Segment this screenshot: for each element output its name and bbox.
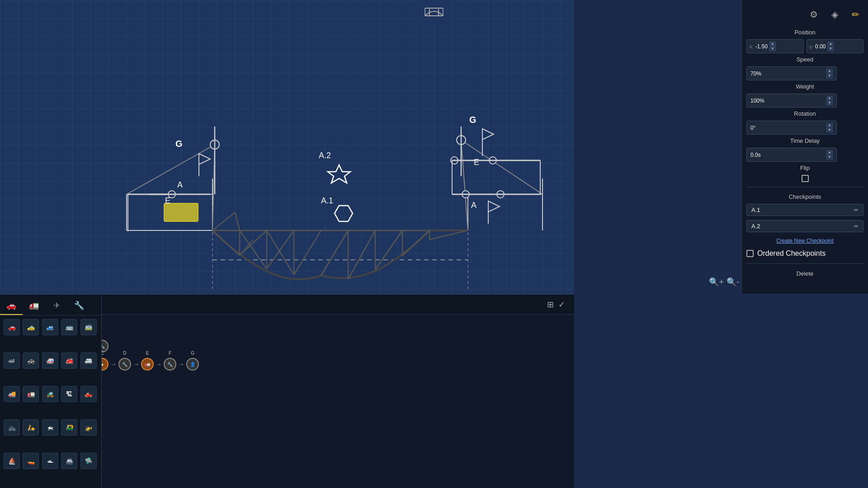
- rotation-up[interactable]: ▲: [826, 123, 833, 127]
- settings-icon[interactable]: ⚙: [806, 6, 822, 23]
- events-check-icon[interactable]: ✓: [558, 300, 565, 310]
- x-down[interactable]: ▼: [769, 47, 776, 51]
- svg-text:E: E: [474, 158, 479, 167]
- vehicle-item[interactable]: 🏍: [42, 419, 58, 436]
- ordered-checkpoints-checkbox[interactable]: [746, 250, 754, 257]
- tab-tool[interactable]: 🔧: [68, 297, 90, 315]
- vehicle-item[interactable]: 🚚: [4, 386, 20, 402]
- y-spinner[interactable]: ▲ ▼: [827, 42, 834, 51]
- x-up[interactable]: ▲: [769, 42, 776, 46]
- vehicle-item[interactable]: 🚐: [80, 352, 97, 369]
- panel-header: ⚙ ◈ ✏: [746, 5, 863, 26]
- speed-down[interactable]: ▼: [826, 74, 833, 78]
- flip-checkbox[interactable]: [802, 175, 809, 182]
- ordered-checkpoints-row: Ordered Checkpoints: [746, 248, 863, 259]
- vehicle-item[interactable]: 🚎: [80, 319, 97, 335]
- checkpoint-a1-edit-icon[interactable]: ✏: [854, 207, 859, 213]
- svg-line-20: [321, 230, 348, 276]
- tab-truck[interactable]: 🚛: [23, 297, 45, 315]
- vehicle-item[interactable]: 🛵: [23, 419, 39, 436]
- rotation-down[interactable]: ▼: [826, 128, 833, 132]
- tab-car[interactable]: 🚗: [0, 297, 23, 315]
- speed-label: Speed: [746, 56, 863, 63]
- checkpoint-a1[interactable]: A.1 ✏: [746, 204, 863, 216]
- time-delay-label: Time Delay: [746, 137, 863, 144]
- svg-line-22: [348, 230, 375, 279]
- events-icons: ⊞ ✓: [547, 300, 565, 310]
- svg-rect-51: [164, 203, 198, 221]
- svg-line-37: [235, 212, 240, 230]
- zoom-out-button[interactable]: 🔍-: [726, 277, 739, 287]
- vehicle-item[interactable]: 🛻: [80, 386, 97, 402]
- time-delay-down[interactable]: ▼: [826, 155, 833, 160]
- y-label: y:: [810, 44, 814, 49]
- y-up[interactable]: ▲: [827, 42, 834, 46]
- vehicle-item[interactable]: 🚜: [42, 386, 58, 402]
- vehicle-item[interactable]: ⛵: [4, 453, 20, 469]
- svg-line-29: [240, 230, 267, 255]
- vehicle-item[interactable]: 🛺: [61, 419, 77, 436]
- time-delay-up[interactable]: ▲: [826, 150, 833, 155]
- event-node-g[interactable]: 👤: [186, 358, 199, 371]
- y-down[interactable]: ▼: [827, 47, 834, 51]
- vehicle-item[interactable]: 🚲: [4, 419, 20, 436]
- vehicle-item[interactable]: 🏎: [4, 352, 20, 369]
- vehicle-item[interactable]: 🚌: [61, 319, 77, 335]
- svg-text:G: G: [175, 139, 183, 149]
- delete-button[interactable]: Delete: [746, 268, 863, 279]
- svg-line-33: [348, 230, 375, 279]
- vehicle-item[interactable]: 🚗: [4, 319, 20, 335]
- weight-spinner[interactable]: ▲ ▼: [826, 96, 833, 105]
- shape-icon[interactable]: ◈: [826, 6, 843, 23]
- vehicle-item[interactable]: 🚒: [61, 352, 77, 369]
- event-node-e[interactable]: 🚛: [141, 358, 154, 371]
- main-canvas[interactable]: G A E A.2 A.1 G E A: [0, 0, 574, 294]
- event-node-f[interactable]: 🔧: [164, 358, 176, 371]
- edit-icon[interactable]: ✏: [847, 6, 863, 23]
- ordered-checkpoints-label: Ordered Checkpoints: [757, 249, 826, 258]
- svg-line-36: [212, 212, 235, 230]
- weight-down[interactable]: ▼: [826, 101, 833, 105]
- events-layout-icon[interactable]: ⊞: [547, 300, 554, 310]
- time-delay-spinner[interactable]: ▲ ▼: [826, 150, 833, 160]
- time-delay-input[interactable]: 0.0s ▲ ▼: [746, 148, 837, 162]
- svg-line-30: [267, 230, 294, 269]
- rotation-row: 0° ▲ ▼: [746, 121, 863, 135]
- svg-text:A.1: A.1: [321, 196, 333, 205]
- svg-text:A.2: A.2: [319, 151, 331, 160]
- vehicle-item[interactable]: 🛥: [42, 453, 58, 469]
- rotation-input[interactable]: 0° ▲ ▼: [746, 121, 837, 135]
- divider-1: [746, 187, 863, 187]
- svg-text:A: A: [471, 201, 476, 210]
- weight-input[interactable]: 100% ▲ ▼: [746, 94, 837, 108]
- vehicle-item[interactable]: 🚤: [23, 453, 39, 469]
- weight-up[interactable]: ▲: [826, 96, 833, 100]
- zoom-in-button[interactable]: 🔍+: [709, 277, 724, 287]
- checkpoint-a1-label: A.1: [751, 206, 760, 213]
- vehicle-item[interactable]: 🚛: [23, 386, 39, 402]
- vehicle-item[interactable]: 🚢: [61, 453, 77, 469]
- vehicle-item[interactable]: 🚕: [23, 319, 39, 335]
- x-input[interactable]: x: -1.50 ▲ ▼: [746, 39, 804, 53]
- vehicle-item[interactable]: 🛸: [80, 453, 97, 469]
- vehicle-item[interactable]: 🚙: [42, 319, 58, 335]
- svg-point-43: [497, 191, 504, 198]
- rotation-spinner[interactable]: ▲ ▼: [826, 123, 833, 132]
- checkpoint-a2-edit-icon[interactable]: ✏: [854, 223, 859, 230]
- create-checkpoint-button[interactable]: Create New Checkpoint: [746, 236, 863, 245]
- vehicle-item[interactable]: 🚓: [23, 352, 39, 369]
- vehicle-item[interactable]: 🏗: [61, 386, 77, 402]
- x-spinner[interactable]: ▲ ▼: [769, 42, 776, 51]
- speed-input[interactable]: 70% ▲ ▼: [746, 66, 837, 80]
- speed-spinner[interactable]: ▲ ▼: [826, 69, 833, 78]
- speed-up[interactable]: ▲: [826, 69, 833, 73]
- svg-line-11: [212, 145, 215, 230]
- checkpoint-a2[interactable]: A.2 ✏: [746, 220, 863, 232]
- checkpoint-a2-label: A.2: [751, 223, 760, 230]
- event-node-d[interactable]: 🔧: [118, 358, 131, 371]
- y-input[interactable]: y: 0.00 ▲ ▼: [807, 39, 864, 53]
- vehicle-item[interactable]: 🚑: [42, 352, 58, 369]
- tab-plane[interactable]: ✈: [45, 297, 68, 315]
- checkpoints-label: Checkpoints: [746, 193, 863, 200]
- vehicle-item[interactable]: 🚁: [80, 419, 97, 436]
